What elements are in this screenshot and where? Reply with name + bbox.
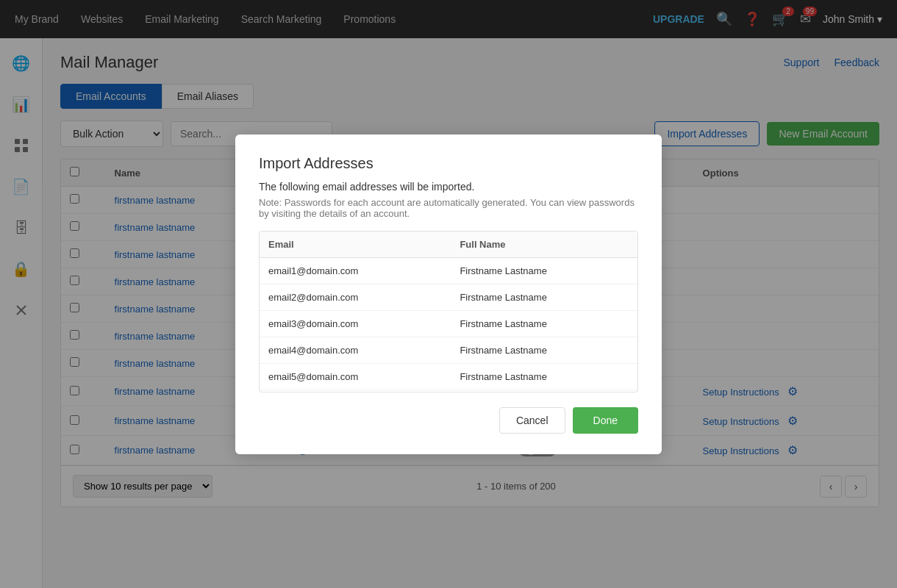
modal-table-row: email5@domain.com Firstname Lastname	[260, 363, 637, 390]
modal-email-cell: email5@domain.com	[260, 363, 451, 390]
modal-fullname-cell: Firstname Lastname	[451, 337, 637, 363]
modal-col-email: Email	[260, 232, 451, 258]
done-button[interactable]: Done	[573, 407, 638, 434]
modal-table-row: email4@domain.com Firstname Lastname	[260, 337, 637, 363]
cancel-button[interactable]: Cancel	[499, 407, 565, 434]
modal-email-cell: email4@domain.com	[260, 337, 451, 363]
modal-table-row: email2@domain.com Firstname Lastname	[260, 284, 637, 310]
modal-fullname-cell: Firstname Lastname	[451, 310, 637, 337]
modal-table-row: email6@domain.com Firstname Lastname	[260, 390, 637, 392]
modal-fullname-cell: Firstname Lastname	[451, 363, 637, 390]
modal-email-cell: email1@domain.com	[260, 257, 451, 284]
modal-description: The following email addresses will be im…	[259, 181, 638, 193]
modal-table-row: email3@domain.com Firstname Lastname	[260, 310, 637, 337]
modal-overlay: Import Addresses The following email add…	[0, 0, 897, 588]
modal-col-fullname: Full Name	[451, 232, 637, 258]
import-addresses-modal: Import Addresses The following email add…	[235, 135, 662, 454]
modal-fullname-cell: Firstname Lastname	[451, 390, 637, 392]
modal-email-cell: email2@domain.com	[260, 284, 451, 310]
modal-actions: Cancel Done	[259, 407, 638, 434]
modal-table: Email Full Name email1@domain.com Firstn…	[260, 232, 637, 392]
modal-title: Import Addresses	[259, 155, 638, 172]
modal-table-row: email1@domain.com Firstname Lastname	[260, 257, 637, 284]
modal-email-cell: email3@domain.com	[260, 310, 451, 337]
modal-email-cell: email6@domain.com	[260, 390, 451, 392]
modal-fullname-cell: Firstname Lastname	[451, 257, 637, 284]
modal-table-scroll: Email Full Name email1@domain.com Firstn…	[259, 231, 638, 392]
modal-fullname-cell: Firstname Lastname	[451, 284, 637, 310]
modal-note: Note: Passwords for each account are aut…	[259, 197, 638, 219]
